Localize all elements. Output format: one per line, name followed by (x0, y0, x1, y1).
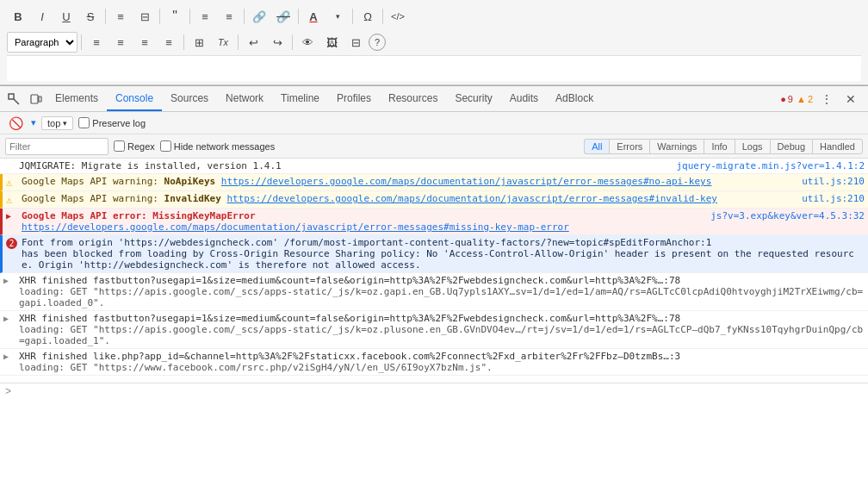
expand-icon-6[interactable]: ▶ (3, 276, 16, 285)
tab-audits[interactable]: Audits (501, 86, 547, 111)
expand-icon-8[interactable]: ▶ (3, 352, 16, 361)
align-right2-button[interactable]: ≡ (133, 32, 156, 53)
tab-network[interactable]: Network (217, 86, 272, 111)
console-filter-toolbar: Regex Hide network messages All Errors W… (0, 134, 868, 159)
special-char-button[interactable]: Ω (356, 6, 379, 27)
message-source-3[interactable]: util.js:210 (802, 193, 865, 204)
paragraph-select[interactable]: Paragraph (7, 32, 78, 53)
code-button[interactable]: </> (387, 6, 409, 27)
justify-button[interactable]: ≡ (158, 32, 180, 53)
level-warnings-tab[interactable]: Warnings (649, 139, 704, 154)
editor-toolbar-2: Paragraph ≡ ≡ ≡ ≡ ⊞ Tx ↩ ↪ 👁 🖼 ⊟ ? (7, 29, 861, 55)
undo-button[interactable]: ↩ (242, 32, 264, 53)
editor-content[interactable] (7, 55, 861, 81)
unordered-list-button[interactable]: ≡ (109, 6, 132, 27)
indent-button[interactable]: ⊞ (188, 32, 210, 53)
preserve-log-label[interactable]: Preserve log (78, 117, 146, 128)
tab-sources[interactable]: Sources (162, 86, 217, 111)
close-devtools-button[interactable]: ✕ (840, 89, 861, 109)
level-errors-tab[interactable]: Errors (609, 139, 649, 154)
blockquote-button[interactable]: " (164, 6, 186, 27)
device-toolbar-button[interactable] (26, 89, 46, 109)
editor-area: B I U S ≡ ⊟ " ≡ ≡ 🔗 🔗 A ▾ Ω </> Paragrap… (0, 0, 868, 85)
tab-profiles[interactable]: Profiles (328, 86, 380, 111)
message-content-8: XHR finished like.php?app_id=&channel=ht… (19, 351, 865, 373)
ordered-list-button[interactable]: ⊟ (133, 6, 156, 27)
help-button[interactable]: ? (369, 34, 386, 51)
warning-key-2: NoApiKeys (164, 176, 216, 187)
separator-6 (352, 9, 353, 24)
image-button[interactable]: 🖼 (320, 32, 343, 53)
console-message-3: ⚠ Google Maps API warning: InvalidKey ht… (0, 191, 868, 209)
filter-input[interactable] (5, 138, 108, 155)
level-handled-tab[interactable]: Handled (812, 139, 863, 154)
preserve-log-checkbox[interactable] (78, 117, 90, 128)
console-message-7: ▶ XHR finished fastbutton?usegapi=1&size… (0, 311, 868, 349)
unlink-button[interactable]: 🔗 (272, 6, 294, 27)
console-message-4: ▶ Google Maps API error: MissingKeyMapEr… (0, 209, 868, 235)
font-color-button[interactable]: A (302, 6, 325, 27)
svg-rect-3 (39, 97, 41, 102)
level-logs-tab[interactable]: Logs (735, 139, 770, 154)
level-debug-tab[interactable]: Debug (770, 139, 812, 154)
separator-9 (183, 34, 184, 50)
error-icon: ● (780, 94, 786, 104)
preview-button[interactable]: 👁 (296, 32, 319, 53)
message-source-2[interactable]: util.js:210 (802, 176, 865, 187)
warning-icon: ▲ (797, 94, 806, 104)
svg-rect-0 (9, 94, 14, 99)
dock-buttons (3, 89, 46, 109)
strikethrough-button[interactable]: S (79, 6, 102, 27)
warning-icon-3: ⚠ (6, 194, 18, 206)
warning-link-3[interactable]: https://developers.google.com/maps/docum… (226, 193, 717, 204)
inspect-element-button[interactable] (3, 89, 24, 109)
font-color-dropdown[interactable]: ▾ (326, 6, 349, 27)
level-all-tab[interactable]: All (584, 139, 609, 154)
align-left-button[interactable]: ≡ (194, 6, 216, 27)
more-options-button[interactable]: ⋮ (816, 89, 837, 109)
console-input[interactable] (15, 386, 863, 397)
align-left2-button[interactable]: ≡ (85, 32, 108, 53)
underline-button[interactable]: U (55, 6, 78, 27)
tab-timeline[interactable]: Timeline (272, 86, 328, 111)
level-info-tab[interactable]: Info (704, 139, 734, 154)
warning-count-badge: ▲ 2 (797, 94, 813, 104)
expand-icon-7[interactable]: ▶ (3, 314, 16, 323)
clear-console-button[interactable]: 🚫 (5, 113, 26, 134)
message-source-4[interactable]: js?v=3.exp&key&ver=4.5.3:32 (710, 210, 865, 221)
align-center-button[interactable]: ≡ (109, 32, 132, 53)
console-messages: JQMIGRATE: Migrate is installed, version… (0, 159, 868, 383)
message-content-3: Google Maps API warning: InvalidKey http… (22, 193, 795, 204)
error-title-4: Google Maps API error: MissingKeyMapErro… (22, 210, 704, 221)
message-source-1[interactable]: jquery-migrate.min.js?ver=1.4.1:2 (676, 160, 865, 171)
hide-network-checkbox[interactable] (160, 140, 171, 152)
tab-elements[interactable]: Elements (46, 86, 107, 111)
embed-button[interactable]: ⊟ (344, 32, 367, 53)
separator-1 (105, 9, 106, 24)
hide-network-label[interactable]: Hide network messages (160, 140, 275, 152)
regex-label[interactable]: Regex (114, 140, 155, 152)
align-right-button[interactable]: ≡ (218, 6, 240, 27)
devtools-topbar: Elements Console Sources Network Timelin… (0, 86, 868, 112)
expand-icon-4[interactable]: ▶ (6, 211, 18, 221)
regex-checkbox[interactable] (114, 140, 125, 152)
console-message-5: 2 Font from origin 'https://webdesignche… (0, 235, 868, 273)
tab-adblock[interactable]: AdBlock (547, 86, 602, 111)
execution-context-dropdown[interactable]: top ▾ (41, 116, 73, 130)
console-prompt: > (5, 385, 11, 397)
separator-3 (189, 9, 190, 24)
format-clear-button[interactable]: Tx (212, 32, 234, 53)
link-button[interactable]: 🔗 (248, 6, 270, 27)
error-link-4[interactable]: https://developers.google.com/maps/docum… (22, 221, 704, 233)
redo-button[interactable]: ↪ (266, 32, 288, 53)
svg-rect-2 (31, 95, 38, 103)
tab-security[interactable]: Security (446, 86, 500, 111)
bold-button[interactable]: B (7, 6, 29, 27)
tab-resources[interactable]: Resources (380, 86, 446, 111)
italic-button[interactable]: I (31, 6, 53, 27)
separator-4 (244, 9, 245, 24)
warning-link-2[interactable]: https://developers.google.com/maps/docum… (221, 176, 712, 187)
dropdown-arrow-icon: ▾ (63, 119, 67, 128)
tab-console[interactable]: Console (107, 86, 162, 111)
level-filter-tabs: All Errors Warnings Info Logs Debug Hand… (584, 139, 863, 154)
